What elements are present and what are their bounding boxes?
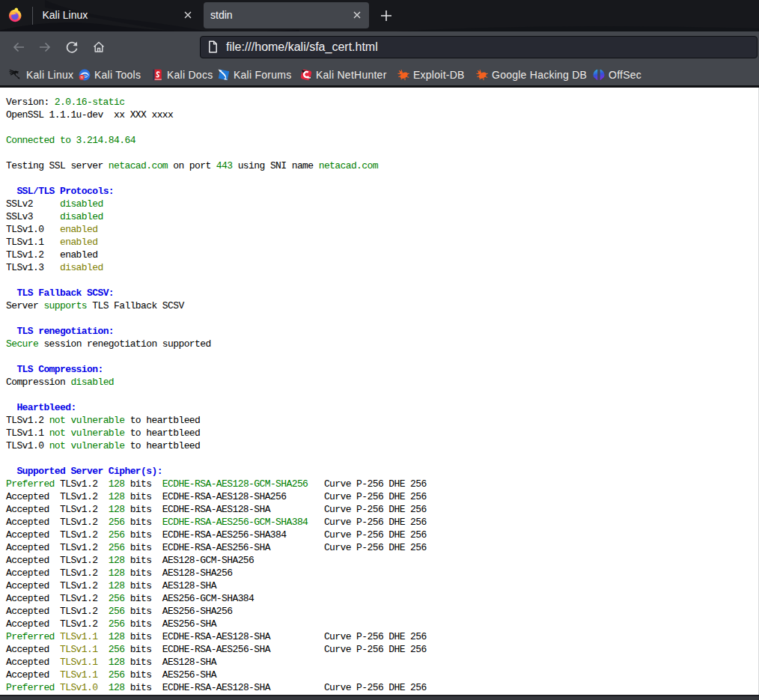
svg-text:π: π bbox=[80, 75, 83, 79]
